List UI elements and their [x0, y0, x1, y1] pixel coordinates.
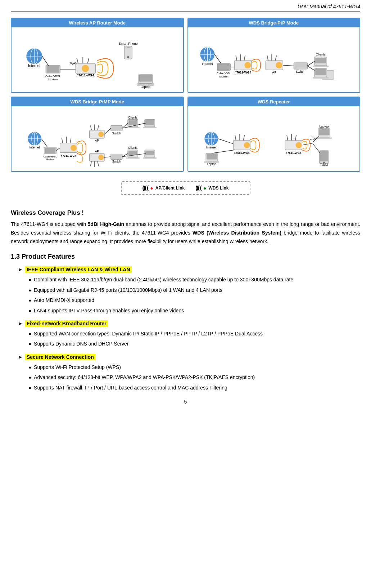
svg-point-116: [244, 142, 250, 148]
bullet-item: Supports Dynamic DNS and DHCP Server: [29, 340, 360, 348]
svg-rect-77: [128, 120, 137, 125]
bullet-item: Compliant with IEEE 802.11a/b/g/n dual-b…: [29, 276, 360, 284]
svg-text:Internet: Internet: [206, 146, 216, 149]
svg-text:Clients: Clients: [128, 116, 137, 119]
feature-3-arrow: ➤: [18, 354, 22, 360]
feature-1-bullets: Compliant with IEEE 802.11a/b/g/n dual-b…: [29, 276, 360, 315]
feature-2: ➤ Fixed-network Broadband Router Support…: [11, 320, 360, 348]
svg-line-75: [104, 128, 111, 134]
wireless-coverage-heading: Wireless Coverage Plus !: [11, 209, 360, 217]
bullet-item: LAN4 supports IPTV Pass-through enables …: [29, 307, 360, 315]
feature-2-title: Fixed-network Broadband Router: [25, 320, 108, 327]
bullet-item: Auto MDI/MDI-X supported: [29, 296, 360, 304]
legend-wds: ((( ( ● WDS Link: [195, 185, 229, 191]
svg-line-34: [275, 55, 276, 61]
svg-point-89: [98, 155, 104, 160]
svg-rect-20: [218, 64, 229, 70]
svg-line-65: [56, 148, 60, 151]
line-internet-modem-1: [42, 56, 49, 66]
diagram-wds-ptmp-content: Internet Cable/xDSL Modem 47611-WG4: [12, 106, 183, 171]
modem-label-1: Cable/xDSL: [45, 75, 61, 78]
diagram-wds-ptmp-title: WDS Bridge-PtMP Mode: [12, 97, 183, 106]
svg-rect-41: [315, 58, 326, 63]
svg-text:47611-WG4: 47611-WG4: [286, 151, 302, 155]
svg-text:47611-WG4: 47611-WG4: [234, 151, 250, 155]
wds-link-label: WDS Link: [208, 186, 229, 191]
svg-rect-95: [128, 151, 137, 155]
svg-rect-48: [315, 69, 326, 75]
svg-rect-3: [47, 66, 59, 72]
svg-line-118: [212, 150, 235, 153]
svg-line-88: [98, 161, 99, 166]
bullet-item: Equipped with all Gigabit RJ-45 ports (1…: [29, 286, 360, 294]
svg-rect-73: [111, 125, 122, 131]
svg-line-115: [243, 135, 244, 141]
svg-point-124: [295, 142, 302, 148]
svg-text:Switch: Switch: [112, 132, 121, 135]
feature-1-title: IEEE Compliant Wireless LAN & Wired LAN: [25, 266, 132, 273]
svg-line-32: [267, 55, 268, 61]
svg-rect-56: [45, 148, 55, 153]
svg-line-123: [295, 135, 296, 141]
svg-line-59: [41, 139, 47, 147]
svg-rect-100: [145, 151, 154, 155]
svg-text:Clients: Clients: [128, 146, 137, 150]
svg-text:47611-WG4: 47611-WG4: [61, 154, 77, 157]
svg-rect-91: [111, 154, 122, 159]
svg-text:Modem: Modem: [219, 75, 228, 78]
svg-text:Tablet: Tablet: [320, 163, 328, 166]
diagram-wds-repeater-title: WDS Repeater: [188, 97, 360, 106]
svg-rect-134: [320, 151, 328, 161]
diagram-wds-ptp-title: WDS Bridge-PtP Mode: [188, 18, 360, 27]
router-label-1: 47611-WG4: [77, 74, 94, 77]
svg-text:Clients: Clients: [316, 53, 326, 56]
svg-point-71: [98, 132, 104, 137]
ap-wave-icon: ((( (: [142, 185, 148, 191]
svg-line-39: [283, 65, 294, 66]
diagram-ap-router-title: Wireless AP Router Mode: [12, 18, 183, 27]
svg-text:Switch: Switch: [295, 70, 305, 74]
svg-rect-49: [313, 77, 329, 79]
header-title: User Manual of 47611-WG4: [298, 4, 360, 9]
svg-text:AP: AP: [95, 150, 99, 153]
diagram-wds-ptp: WDS Bridge-PtP Mode Internet Cable/xDSL …: [187, 18, 361, 93]
svg-line-93: [104, 157, 111, 157]
svg-text:47611-WG4: 47611-WG4: [235, 71, 251, 74]
diagram-ap-router-content: Internet Cable/xDSL Modem WAN 47611-WG4: [12, 27, 183, 92]
svg-line-137: [313, 144, 320, 153]
svg-line-70: [98, 125, 99, 130]
laptop-label-1: Laptop: [140, 85, 150, 89]
svg-rect-42: [313, 66, 329, 67]
wc-para-bold2: WDS (Wireless Distribution System): [193, 230, 281, 236]
svg-point-64: [71, 145, 77, 151]
svg-rect-12: [139, 75, 151, 81]
ap-dot-icon: ●: [150, 185, 153, 191]
wc-para-bold: 5dBi High-Gain: [88, 221, 125, 227]
svg-text:Modem: Modem: [46, 158, 55, 161]
ap-router-svg: Internet Cable/xDSL Modem WAN 47611-WG4: [15, 31, 180, 89]
svg-text:AP: AP: [95, 139, 99, 142]
wc-para-pre: The 47611-WG4 is equipped with: [11, 221, 88, 227]
svg-text:Internet: Internet: [202, 62, 213, 66]
svg-rect-109: [206, 154, 216, 159]
wds-ptp-svg: Internet Cable/xDSL Modem 47611-WG4: [192, 31, 356, 89]
svg-line-117: [218, 139, 233, 144]
svg-line-113: [235, 135, 236, 141]
feature-2-bullets: Supported WAN connection types: Dynamic …: [29, 330, 360, 348]
wds-ptmp-svg: Internet Cable/xDSL Modem 47611-WG4: [15, 110, 180, 168]
bullet-item: Supported WAN connection types: Dynamic …: [29, 330, 360, 338]
svg-text:Cable/xDSL: Cable/xDSL: [217, 72, 231, 75]
svg-text:Switch: Switch: [112, 160, 121, 163]
feature-2-header: ➤ Fixed-network Broadband Router: [18, 320, 360, 327]
diagram-wds-repeater-content: Internet Laptop 47611-WG4: [188, 106, 360, 171]
feature-1: ➤ IEEE Compliant Wireless LAN & Wired LA…: [11, 266, 360, 315]
svg-rect-130: [316, 137, 331, 139]
bullet-item: Advanced security: 64/128-bit WEP, WPA/W…: [29, 373, 360, 381]
svg-line-63: [70, 138, 71, 143]
svg-line-45: [307, 61, 315, 66]
svg-text:Cable/xDSL: Cable/xDSL: [44, 155, 57, 158]
svg-text:Laptop: Laptop: [207, 162, 216, 166]
legend-box: ((( ( ● AP/Client Link ((( ( ● WDS Link: [121, 181, 250, 195]
svg-line-8: [87, 58, 89, 63]
wireless-coverage-paragraph: The 47611-WG4 is equipped with 5dBi High…: [11, 220, 360, 246]
